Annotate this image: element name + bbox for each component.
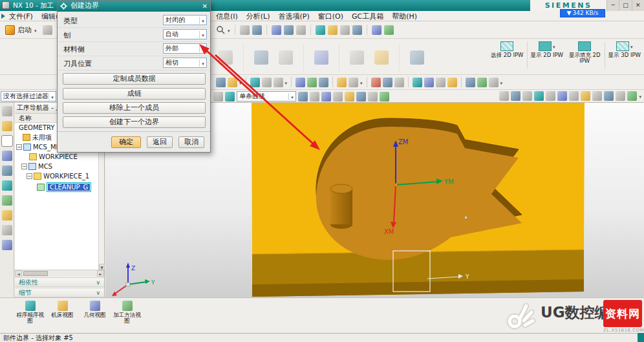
toolbar-icon[interactable]	[274, 78, 283, 87]
snap-point-icon[interactable]	[534, 91, 544, 101]
expander-icon[interactable]	[27, 173, 32, 179]
toolbar-icon[interactable]	[410, 50, 424, 65]
toolbar-icon[interactable]	[352, 25, 362, 35]
back-button[interactable]: 返回	[147, 136, 173, 148]
resource-tab-icon[interactable]	[2, 151, 12, 161]
show-2d-ipw-button[interactable]: 显示 2D IPW	[529, 41, 566, 58]
toolbar-icon[interactable]	[328, 25, 338, 35]
resource-tab-icon[interactable]	[2, 195, 12, 206]
toolbar-icon[interactable]	[213, 92, 223, 102]
toolbar-icon[interactable]	[225, 92, 235, 102]
chevron-down-icon[interactable]	[639, 92, 641, 100]
toolbar-icon[interactable]	[333, 92, 343, 102]
menu-analysis[interactable]: 分析(L)	[246, 12, 270, 21]
toolbar-icon[interactable]	[372, 25, 381, 35]
chain-button[interactable]: 成链	[63, 88, 206, 100]
expander-icon[interactable]	[16, 144, 22, 150]
resource-tab-icon[interactable]	[2, 210, 12, 220]
menu-information[interactable]: 信息(I)	[216, 12, 238, 21]
toolbar-icon[interactable]	[345, 92, 354, 102]
material-side-combo[interactable]: 外部	[163, 43, 207, 54]
toolbar-icon[interactable]	[383, 78, 392, 87]
toolbar-icon[interactable]	[272, 25, 281, 35]
chevron-down-icon[interactable]	[500, 78, 503, 87]
dependencies-section[interactable]: 相依性 ∨	[15, 277, 104, 287]
selection-filter-combo[interactable]: 没有选择过滤器	[1, 91, 56, 102]
resource-tab-icon[interactable]	[2, 180, 12, 191]
toolbar-icon[interactable]	[314, 50, 328, 65]
view-tab-geometry[interactable]: 几何视图	[80, 299, 109, 332]
view-tab-machining-method[interactable]: 加工方法视图	[113, 299, 142, 332]
toolbar-icon[interactable]	[254, 50, 268, 65]
plane-combo[interactable]: 自动	[163, 29, 207, 39]
resource-tab-icon[interactable]	[2, 166, 12, 176]
chevron-down-icon[interactable]	[239, 78, 242, 87]
scroll-down-icon[interactable]: ▼	[99, 264, 105, 270]
toolbar-icon[interactable]	[447, 78, 457, 87]
toolbar-icon[interactable]	[296, 25, 306, 35]
tree-item-workpiece-1[interactable]: WORKPIECE_1	[15, 171, 104, 181]
snap-point-icon[interactable]	[546, 91, 555, 101]
toolbar-icon[interactable]	[250, 78, 260, 87]
maximize-button[interactable]: □	[619, 0, 631, 11]
snap-point-icon[interactable]	[522, 91, 532, 101]
toolbar-icon[interactable]	[413, 78, 422, 87]
toolbar-icon[interactable]	[436, 78, 445, 87]
scrollbar-thumb[interactable]	[23, 271, 48, 276]
show-3d-ipw-button[interactable]: 显示 3D IPW	[606, 41, 643, 58]
chevron-down-icon[interactable]	[360, 78, 363, 87]
search-icon[interactable]	[216, 25, 225, 34]
view-tab-machine-tool[interactable]: 机床视图	[48, 299, 77, 332]
menu-file[interactable]: 文件(F)	[9, 12, 33, 21]
snap-point-icon[interactable]	[557, 91, 567, 101]
toolbar-icon[interactable]	[319, 78, 328, 87]
customize-member-data-button[interactable]: 定制成员数据	[63, 73, 206, 85]
snap-point-icon[interactable]	[627, 91, 637, 101]
resource-tab-icon[interactable]	[2, 136, 12, 146]
menu-help[interactable]: 帮助(H)	[392, 12, 417, 21]
toolbar-icon[interactable]	[349, 78, 358, 87]
toolbar-icon[interactable]	[380, 92, 389, 102]
chevron-down-icon[interactable]	[228, 26, 230, 34]
toolbar-icon[interactable]	[228, 78, 237, 87]
chevron-down-icon[interactable]	[285, 78, 288, 87]
toolbar-icon[interactable]	[262, 78, 272, 87]
grip-point[interactable]	[465, 217, 467, 219]
toolbar-icon[interactable]	[307, 78, 317, 87]
toolbar-icon[interactable]	[310, 92, 319, 102]
create-next-boundary-button[interactable]: 创建下一个边界	[63, 116, 206, 128]
cancel-button[interactable]: 取消	[178, 136, 204, 148]
select-2d-ipw-button[interactable]: 选择 2D IPW	[489, 41, 526, 58]
close-button[interactable]: ✕	[632, 0, 644, 11]
menu-gc-toolbox[interactable]: GC工具箱	[352, 12, 383, 21]
scroll-left-icon[interactable]: ◄	[15, 270, 22, 277]
toolbar-icon[interactable]	[489, 78, 499, 87]
toolbar-icon[interactable]	[424, 78, 434, 87]
toolbar-icon[interactable]	[374, 50, 389, 65]
wcs-origin[interactable]	[394, 184, 398, 187]
toolbar-icon[interactable]	[43, 25, 52, 35]
tree-item-mcs[interactable]: MCS	[15, 162, 104, 171]
toolbar-icon[interactable]	[477, 78, 487, 87]
toolbar-icon[interactable]	[466, 78, 475, 87]
tree-item-workpiece[interactable]: WORKPIECE	[15, 152, 104, 162]
toolbar-icon[interactable]	[394, 78, 404, 87]
resource-tab-icon[interactable]	[2, 106, 12, 116]
dialog-close-button[interactable]: ✕	[202, 1, 208, 12]
resource-tab-icon[interactable]	[2, 121, 12, 131]
toolbar-icon[interactable]	[371, 78, 381, 87]
start-button[interactable]: 启动	[3, 23, 39, 37]
scroll-right-icon[interactable]: ►	[97, 270, 104, 277]
tree-horizontal-scrollbar[interactable]: ◄ ►	[15, 270, 104, 277]
show-filled-2d-ipw-button[interactable]: 显示填充 2D IPW	[566, 41, 603, 64]
curve-rule-combo[interactable]: 单条曲线	[237, 91, 296, 102]
resource-tab-icon[interactable]	[2, 240, 12, 250]
type-combo[interactable]: 封闭的	[163, 15, 207, 25]
toolbar-icon[interactable]	[240, 25, 250, 35]
tree-item-cleanup[interactable]: CLEANUP_G	[15, 181, 104, 193]
ok-button[interactable]: 确定	[111, 136, 141, 148]
resource-tab-icon[interactable]	[2, 225, 12, 235]
snap-point-icon[interactable]	[569, 91, 579, 101]
snap-point-icon[interactable]	[499, 91, 509, 101]
dialog-title-bar[interactable]: 创建边界 ✕	[58, 1, 210, 12]
